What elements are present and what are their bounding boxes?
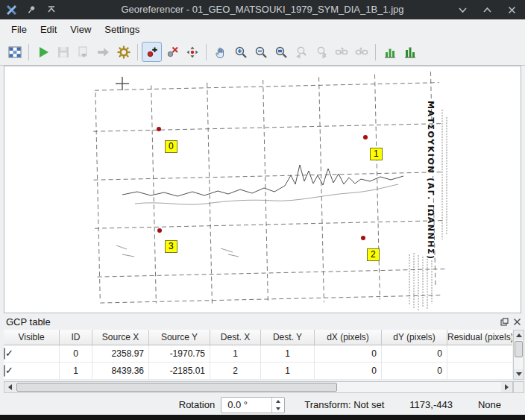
rotation-value[interactable]: 0.0 ° <box>221 399 271 410</box>
gcp-marker-label-0[interactable]: 0 <box>165 140 177 153</box>
gcp-table-header-row: Visible ID Source X Source Y Dest. X Des… <box>4 330 512 345</box>
col-header-residual[interactable]: Residual (pixels) <box>447 330 512 345</box>
gcp-point-3[interactable] <box>157 228 162 233</box>
rotation-increment-button[interactable] <box>272 398 284 405</box>
load-gcp-points-button <box>73 42 93 62</box>
gcp-marker-label-2[interactable]: 2 <box>367 248 380 261</box>
open-raster-button[interactable] <box>4 42 25 62</box>
table-horizontal-scrollbar[interactable] <box>4 381 513 393</box>
rotation-spinbox[interactable]: 0.0 ° <box>221 397 285 413</box>
cell-dest-y-1[interactable]: 1 <box>261 363 315 380</box>
transform-status: Transform: Not set <box>304 399 384 410</box>
visible-checkbox-0[interactable] <box>4 348 5 360</box>
scroll-down-button[interactable] <box>514 369 524 379</box>
cell-visible-0[interactable] <box>4 345 60 363</box>
scroll-left-button[interactable] <box>4 382 16 392</box>
link-qgis-to-georeferencer-button <box>351 42 371 62</box>
cell-id-0[interactable]: 0 <box>60 345 92 363</box>
cursor-coordinates: 1173,-443 <box>409 399 453 410</box>
spin-down-icon <box>276 407 280 410</box>
cell-id-1[interactable]: 1 <box>60 363 92 380</box>
pin-icon[interactable] <box>25 4 37 16</box>
gcp-point-1[interactable] <box>363 135 368 140</box>
rotation-decrement-button[interactable] <box>272 405 284 413</box>
menu-edit[interactable]: Edit <box>34 22 63 37</box>
vertical-scroll-thumb[interactable] <box>515 341 523 357</box>
close-button[interactable] <box>506 4 518 16</box>
scroll-right-button[interactable] <box>501 382 512 392</box>
add-point-button[interactable] <box>142 42 162 62</box>
load-gcp-icon <box>76 45 91 60</box>
gcp-point-2[interactable] <box>361 236 365 240</box>
cell-dx-0[interactable]: 0 <box>315 345 382 363</box>
zoom-to-layer-button[interactable] <box>271 42 291 62</box>
gcp-table: Visible ID Source X Source Y Dest. X Des… <box>4 330 512 380</box>
titlebar[interactable]: Georeferencer - 01_GEO_MATSOUKI_1979_SYM… <box>0 0 525 19</box>
visible-checkbox-1[interactable] <box>4 365 5 377</box>
cell-source-y-1[interactable]: -2185.01 <box>149 363 210 380</box>
transformation-settings-button[interactable] <box>113 42 133 62</box>
link-icon <box>334 45 349 60</box>
table-vertical-scrollbar[interactable] <box>513 330 524 380</box>
col-header-visible[interactable]: Visible <box>4 330 60 345</box>
zoom-in-button[interactable] <box>230 42 251 62</box>
col-header-id[interactable]: ID <box>60 330 92 345</box>
zoom-to-layer-icon <box>274 45 289 60</box>
cell-dy-1[interactable]: 0 <box>382 363 447 380</box>
pan-button[interactable] <box>210 42 230 62</box>
toolbar-separator <box>206 44 207 60</box>
maximize-button[interactable] <box>481 4 493 16</box>
scroll-up-button[interactable] <box>514 330 524 340</box>
link-reverse-icon <box>354 45 369 60</box>
start-georeferencing-button[interactable] <box>33 42 53 62</box>
zoom-next-icon <box>314 45 329 60</box>
zoom-next-button <box>311 42 331 62</box>
col-header-dest-x[interactable]: Dest. X <box>210 330 261 345</box>
map-canvas[interactable]: ΜΑΤΣΟΥΚΙΟΝ (ΑΓ. ΙΩΑΝΝΗΣ) 0 1 2 3 <box>4 66 521 313</box>
zoom-last-button <box>291 42 311 62</box>
cell-visible-1[interactable] <box>4 363 60 380</box>
toolbar <box>0 39 525 66</box>
col-header-source-x[interactable]: Source X <box>92 330 149 345</box>
local-histogram-stretch-button[interactable] <box>380 42 400 62</box>
left-arrow-icon <box>8 384 12 390</box>
gcp-marker-label-1[interactable]: 1 <box>370 148 383 160</box>
full-histogram-stretch-button[interactable] <box>400 42 420 62</box>
up-arrow-icon <box>516 333 522 337</box>
menu-view[interactable]: View <box>63 22 98 37</box>
cell-residual-1[interactable] <box>447 363 512 380</box>
cell-source-x-1[interactable]: 8439.36 <box>92 363 149 380</box>
dock-close-button[interactable] <box>512 316 522 327</box>
col-header-dx-pixels[interactable]: dX (pixels) <box>315 330 382 345</box>
cell-source-x-0[interactable]: 2358.97 <box>92 345 149 363</box>
cell-source-y-0[interactable]: -1970.75 <box>149 345 210 363</box>
cell-residual-0[interactable] <box>447 345 512 363</box>
gcp-marker-label-3[interactable]: 3 <box>165 240 177 253</box>
rotation-label: Rotation <box>179 399 215 410</box>
delete-point-button[interactable] <box>162 42 182 62</box>
cell-dx-1[interactable]: 0 <box>315 363 382 380</box>
col-header-dest-y[interactable]: Dest. Y <box>261 330 315 345</box>
col-header-source-y[interactable]: Source Y <box>149 330 210 345</box>
col-header-dy-pixels[interactable]: dY (pixels) <box>382 330 447 345</box>
add-point-icon <box>145 45 160 60</box>
cell-dest-x-1[interactable]: 2 <box>210 363 261 380</box>
gcp-panel-header: GCP table <box>0 313 525 330</box>
dock-float-button[interactable] <box>499 316 509 327</box>
shade-icon[interactable] <box>45 4 57 16</box>
cell-dest-y-0[interactable]: 1 <box>261 345 315 363</box>
move-point-button[interactable] <box>182 42 202 62</box>
cell-dest-x-0[interactable]: 1 <box>210 345 261 363</box>
zoom-out-button[interactable] <box>251 42 271 62</box>
menu-settings[interactable]: Settings <box>98 22 146 37</box>
pan-hand-icon <box>213 45 228 60</box>
statusbar: Rotation 0.0 ° Transform: Not set 1173,-… <box>0 395 525 415</box>
menu-file[interactable]: File <box>4 22 34 37</box>
gcp-point-0[interactable] <box>157 127 161 131</box>
cell-dy-0[interactable]: 0 <box>382 345 447 363</box>
spin-up-icon <box>276 400 280 403</box>
horizontal-scroll-thumb[interactable] <box>16 383 337 392</box>
minimize-button[interactable] <box>456 4 468 16</box>
move-point-icon <box>185 45 200 60</box>
zoom-in-icon <box>233 45 248 60</box>
